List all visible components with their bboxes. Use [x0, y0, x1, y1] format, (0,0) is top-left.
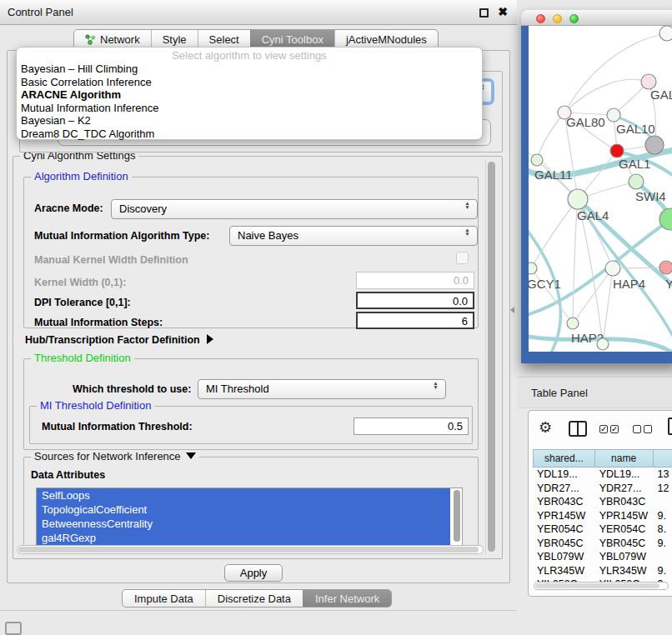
node-gal4[interactable]: [568, 189, 588, 209]
close-traffic-light[interactable]: [536, 14, 545, 23]
table-row[interactable]: YBR045CYBR045C9.: [533, 537, 672, 551]
tab-infer-network[interactable]: Infer Network: [303, 590, 391, 607]
table-row[interactable]: YDR27...YDR27...12: [533, 482, 672, 496]
node-gal11[interactable]: [531, 154, 543, 166]
control-panel-title: Control Panel: [8, 0, 73, 25]
new-table-icon[interactable]: [668, 418, 672, 435]
table-column-header[interactable]: shared...: [533, 449, 595, 468]
tab-network[interactable]: Network: [74, 30, 151, 48]
table-cell: YPR145W: [595, 509, 654, 523]
attributes-vertical-scrollbar[interactable]: [454, 490, 460, 542]
aracne-mode-value: Discovery: [119, 202, 167, 215]
scrollbar-thumb[interactable]: [488, 162, 495, 552]
tab-impute-data[interactable]: Impute Data: [123, 590, 205, 607]
scrollbar-thumb[interactable]: [18, 547, 479, 552]
checked-checkbox-icon[interactable]: ✓: [610, 425, 619, 433]
algorithm-option-dream8[interactable]: Dream8 DC_TDC Algorithm: [17, 128, 482, 141]
table-horizontal-scrollbar[interactable]: [534, 582, 669, 590]
network-window-titlebar: [521, 10, 672, 26]
tab-style[interactable]: Style: [151, 30, 198, 48]
zoom-traffic-light[interactable]: [569, 14, 579, 23]
node-hap2[interactable]: [567, 318, 579, 329]
table-row[interactable]: YBR043CYBR043C: [533, 495, 672, 509]
tab-select[interactable]: Select: [198, 30, 250, 48]
attribute-betweennesscentrality[interactable]: BetweennessCentrality: [37, 517, 450, 531]
mi-steps-input[interactable]: 6: [356, 312, 474, 329]
tab-infer-network-label: Infer Network: [315, 592, 379, 605]
node-gal1[interactable]: [610, 144, 624, 158]
network-node-label: GCY1: [529, 277, 561, 291]
close-icon[interactable]: ✖: [498, 5, 508, 18]
table-cell: YLR345W: [595, 564, 654, 578]
node-gray[interactable]: [645, 136, 664, 154]
mi-algorithm-type-combobox[interactable]: Naive Bayes ▲▼: [229, 226, 478, 246]
kernel-width-label: Kernel Width (0,1):: [34, 277, 126, 288]
node-partial-bottom[interactable]: [597, 338, 609, 350]
scrollbar-thumb[interactable]: [535, 583, 659, 588]
algorithm-option-bayesian-k2[interactable]: Bayesian – K2: [17, 114, 482, 128]
manual-kernel-width-checkbox[interactable]: [456, 252, 469, 264]
aracne-mode-combobox[interactable]: Discovery ▲▼: [111, 199, 478, 219]
sources-group-title[interactable]: Sources for Network Inference: [31, 450, 199, 462]
kernel-width-input[interactable]: 0.0: [356, 272, 474, 289]
checked-checkbox-icon[interactable]: ✓: [599, 425, 608, 433]
node-hap4[interactable]: [605, 261, 620, 276]
algorithm-option-mutual-information[interactable]: Mutual Information Inference: [17, 102, 482, 115]
table-cell: 12: [654, 482, 672, 496]
settings-vertical-scrollbar[interactable]: [485, 160, 496, 555]
network-edge[interactable]: [537, 112, 564, 160]
network-node-label: GAL1: [619, 157, 650, 171]
mi-threshold-input[interactable]: 0.5: [354, 418, 469, 435]
tab-jactivemnodules[interactable]: jActiveMNodules: [334, 30, 438, 48]
tab-cyni-toolbox[interactable]: Cyni Toolbox: [250, 30, 334, 48]
table-panel-title: Table Panel: [531, 378, 588, 409]
table-column-header[interactable]: name: [595, 449, 654, 468]
hub-definition-label: Hub/Transcription Factor Definition: [25, 334, 200, 346]
tab-network-label: Network: [100, 33, 140, 46]
table-row[interactable]: YLR345WYLR345W9.: [533, 564, 672, 578]
algorithm-option-aracne[interactable]: ARACNE Algorithm: [17, 88, 482, 102]
node-salmon[interactable]: [659, 261, 672, 274]
attribute-gal4rgexp[interactable]: gal4RGexp: [37, 531, 450, 545]
hub-definition-section[interactable]: Hub/Transcription Factor Definition: [25, 332, 213, 347]
node-gcy1[interactable]: [529, 262, 537, 274]
table-row[interactable]: YPR145WYPR145W9.: [533, 509, 672, 523]
table-panel-card: ⚙ ✓ ✓ shared...name YDL19...YDL19...13YD…: [528, 410, 672, 597]
unchecked-checkbox-icon[interactable]: [644, 425, 652, 433]
algorithm-option-bayesian-hill-climbing[interactable]: Bayesian – Hill Climbing: [17, 62, 482, 76]
unchecked-checkbox-icon[interactable]: [633, 425, 641, 433]
algorithm-option-basic-correlation[interactable]: Basic Correlation Inference: [17, 76, 482, 89]
table-cell: YDR27...: [595, 482, 654, 496]
float-window-icon[interactable]: [479, 8, 489, 18]
node-swi4[interactable]: [629, 174, 644, 189]
cyni-algorithm-settings-group: Cyni Algorithm Settings Algorithm Defini…: [13, 156, 503, 559]
which-threshold-combobox[interactable]: MI Threshold ▲▼: [198, 379, 446, 399]
attribute-topologicalcoefficient[interactable]: TopologicalCoefficient: [37, 502, 450, 517]
panel-splitter-handle[interactable]: [510, 307, 514, 313]
panel-divider: [0, 610, 517, 611]
table-row[interactable]: YBL079WYBL079W: [533, 550, 672, 564]
attribute-selfloops[interactable]: SelfLoops: [37, 488, 450, 502]
tab-discretize-data[interactable]: Discretize Data: [205, 590, 303, 607]
network-view-window: GALGAL80GAL10GAL1GAL11SWI4GAL4GCY1HAP4YH…: [521, 10, 672, 363]
network-edge[interactable]: [531, 199, 578, 268]
data-attributes-list[interactable]: SelfLoops TopologicalCoefficient Between…: [36, 488, 463, 546]
dpi-tolerance-input[interactable]: 0.0: [356, 292, 474, 309]
network-canvas-svg: GALGAL80GAL10GAL1GAL11SWI4GAL4GCY1HAP4YH…: [529, 26, 672, 352]
minimize-traffic-light[interactable]: [553, 14, 562, 23]
table-row[interactable]: YER054CYER054C8.: [533, 522, 672, 537]
table-row[interactable]: YDL19...YDL19...13: [533, 468, 672, 482]
network-canvas[interactable]: GALGAL80GAL10GAL1GAL11SWI4GAL4GCY1HAP4YH…: [529, 26, 672, 352]
settings-horizontal-scrollbar[interactable]: [17, 545, 484, 554]
tab-select-label: Select: [209, 33, 239, 46]
columns-icon[interactable]: [569, 421, 587, 437]
node-partial-top[interactable]: [659, 26, 672, 41]
table-column-header[interactable]: [654, 449, 672, 468]
network-edge[interactable]: [613, 268, 666, 268]
node-gal10[interactable]: [607, 108, 620, 122]
minimized-panel-icon[interactable]: [5, 622, 22, 635]
network-edge[interactable]: [564, 79, 649, 112]
apply-button[interactable]: Apply: [224, 564, 283, 582]
table-header-row: shared...name: [533, 449, 672, 468]
gear-icon[interactable]: ⚙: [539, 418, 552, 437]
